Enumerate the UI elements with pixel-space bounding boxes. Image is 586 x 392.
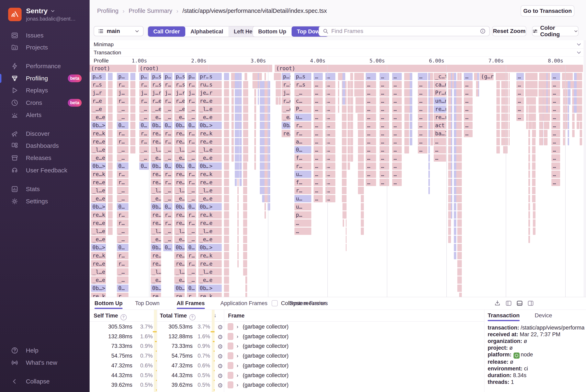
flame-frame[interactable]: … [325, 187, 335, 194]
flame-frame[interactable]: re…k [198, 170, 222, 178]
flame-frame[interactable]: re…k [91, 170, 106, 178]
flame-frame[interactable]: _e…e [151, 236, 161, 243]
flame-frame[interactable]: … [379, 154, 389, 162]
flame-frame[interactable] [130, 97, 135, 104]
flame-frame[interactable]: r…e [174, 97, 185, 104]
flame-frame[interactable]: … [551, 114, 560, 121]
flame-frame[interactable]: re…k [151, 170, 161, 178]
details-tab-transaction[interactable]: Transaction [488, 310, 520, 321]
flame-frame[interactable] [224, 244, 229, 251]
flame-frame[interactable] [108, 228, 113, 235]
layout-bottom-icon[interactable] [516, 300, 523, 306]
flame-frame[interactable]: re…e [174, 260, 185, 268]
flame-frame[interactable]: r… [187, 260, 196, 268]
flame-frame[interactable]: … [314, 138, 323, 145]
flame-frame[interactable]: re…e [174, 220, 185, 227]
flame-frame[interactable] [108, 170, 113, 178]
flame-frame[interactable]: … [325, 146, 335, 154]
flame-frame[interactable]: … [314, 73, 323, 80]
flame-frame[interactable]: … [551, 146, 560, 154]
flame-frame[interactable]: 0b…> [198, 244, 222, 251]
flame-frame[interactable]: … [314, 187, 323, 194]
flame-root-frame[interactable]: (root) [90, 65, 136, 72]
flame-frame-cluster[interactable] [232, 81, 234, 162]
flame-frame[interactable]: … [392, 106, 402, 113]
flame-frame[interactable]: … [551, 138, 560, 145]
flame-root-frame[interactable]: (root) [275, 65, 583, 72]
flame-frame[interactable] [108, 106, 113, 113]
flame-frame[interactable]: _l…e [198, 106, 222, 113]
flame-frame[interactable]: _… [139, 146, 149, 154]
flame-frame[interactable]: … [392, 130, 402, 137]
reset-zoom-button[interactable]: Reset Zoom [492, 26, 526, 36]
flame-frame[interactable]: j…r [151, 89, 161, 96]
flame-frame[interactable]: _c…t [434, 73, 446, 80]
flame-frame[interactable]: r… [187, 220, 196, 227]
flame-frame[interactable]: _e…e [91, 114, 106, 121]
flame-frame[interactable]: _… [163, 146, 173, 154]
flame-frame[interactable] [224, 268, 229, 276]
frame-settings-icon[interactable]: ⚙ [217, 334, 223, 340]
flame-frame[interactable]: 0b…> [174, 203, 185, 210]
flame-frame[interactable]: u… [294, 114, 311, 121]
flame-frame[interactable]: _l…e [91, 268, 106, 276]
details-tab-device[interactable]: Device [535, 310, 552, 321]
flame-frame[interactable]: 0… [163, 162, 173, 170]
flame-frame[interactable]: _e…e [151, 114, 161, 121]
flame-frame[interactable]: … [551, 170, 560, 178]
flame-frame[interactable]: 0… [187, 122, 196, 129]
flame-frame[interactable]: … [516, 89, 524, 96]
flame-frame[interactable] [224, 203, 229, 210]
flame-frame[interactable] [224, 106, 229, 113]
tab-application-frames[interactable]: Application Frames [221, 297, 268, 309]
flame-frame[interactable]: _e…e [198, 114, 222, 121]
org-switcher[interactable]: Sentry [26, 7, 55, 15]
expand-chevron-icon[interactable]: › [237, 382, 238, 388]
download-icon[interactable] [494, 300, 500, 306]
direction-bottom-up[interactable]: Bottom Up [253, 26, 292, 37]
flame-frame[interactable]: … [379, 81, 389, 88]
flame-frame[interactable]: … [551, 130, 560, 137]
flame-frame[interactable]: _e…e [91, 195, 106, 202]
flame-frame[interactable]: … [366, 73, 376, 80]
sidebar-item-profiling[interactable]: Profilingbeta [0, 73, 90, 84]
flame-frame[interactable]: _… [187, 228, 196, 235]
flame-frame[interactable]: … [325, 130, 335, 137]
flame-frame[interactable]: _e…e [174, 114, 185, 121]
flame-frame[interactable]: 0b…> [151, 122, 161, 129]
flame-frame[interactable]: r… [117, 138, 129, 145]
flame-frame[interactable]: … [551, 81, 560, 88]
flame-frame[interactable]: re…e [198, 179, 222, 186]
flame-frame[interactable]: … [379, 162, 389, 170]
flame-frame[interactable]: … [464, 73, 473, 80]
flame-frame[interactable] [130, 122, 135, 129]
flame-frame[interactable]: _e…e [282, 114, 290, 121]
flame-frame-cluster[interactable] [477, 81, 478, 96]
flame-frame[interactable]: 0b…> [198, 203, 222, 210]
flamegraph-scrollbar[interactable] [583, 40, 586, 297]
flame-frame[interactable]: _e…e [151, 154, 161, 162]
flame-frame[interactable]: _l…e [91, 146, 106, 154]
flame-frame[interactable]: r… [187, 211, 196, 218]
flame-frame[interactable]: r…s [282, 81, 290, 88]
flame-frame[interactable]: _e…e [151, 276, 161, 284]
flame-frame[interactable]: … [325, 81, 335, 88]
flame-frame[interactable]: … [366, 179, 376, 186]
flame-frame[interactable]: _…e [91, 106, 106, 113]
flame-frame[interactable] [224, 146, 229, 154]
flame-frame[interactable]: … [366, 138, 376, 145]
flame-frame[interactable]: re…e [151, 138, 161, 145]
sidebar-item-releases[interactable]: Releases [0, 153, 90, 163]
flame-frame[interactable] [224, 122, 229, 129]
flame-frame[interactable]: … [418, 106, 427, 113]
flame-frame[interactable] [108, 122, 113, 129]
flame-frame[interactable]: p…s [151, 73, 161, 80]
sidebar-item-what-s-new[interactable]: What's new [0, 358, 90, 368]
flame-frame[interactable]: 0b…> [174, 122, 185, 129]
flame-frame[interactable] [224, 130, 229, 137]
flame-frame[interactable]: … [434, 146, 446, 154]
flame-frame[interactable]: je…r [198, 89, 222, 96]
flame-frame[interactable]: re…k [198, 293, 222, 297]
search-input[interactable]: Find Frames [319, 26, 490, 36]
flame-frame[interactable] [224, 170, 229, 178]
